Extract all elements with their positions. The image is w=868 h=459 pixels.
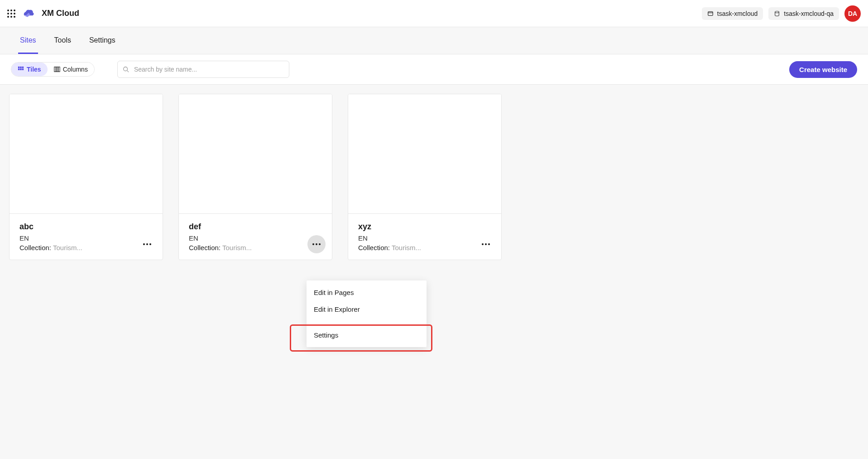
org-chip-2-label: tsask-xmcloud-qa: [784, 10, 834, 17]
xm-cloud-logo-icon: [22, 7, 35, 20]
site-card-lang: EN: [189, 234, 322, 242]
org-chip-2[interactable]: tsask-xmcloud-qa: [768, 7, 839, 20]
tabs-bar: Sites Tools Settings: [0, 27, 868, 54]
tab-tools[interactable]: Tools: [53, 27, 73, 54]
apps-launcher-icon[interactable]: [7, 10, 15, 18]
card-more-button[interactable]: [307, 235, 326, 253]
tiles-icon: [18, 66, 24, 72]
header-left: XM Cloud: [7, 7, 79, 20]
svg-rect-3: [18, 67, 20, 68]
svg-rect-4: [20, 67, 22, 68]
columns-icon: [54, 66, 60, 72]
database-icon: [774, 10, 780, 17]
menu-settings[interactable]: Settings: [307, 327, 427, 343]
site-card[interactable]: abc EN Collection: Tourism...: [9, 94, 163, 260]
view-columns-button[interactable]: Columns: [48, 63, 94, 76]
site-card-lang: EN: [358, 234, 491, 242]
site-card-preview: [179, 94, 332, 214]
svg-rect-11: [58, 67, 60, 72]
svg-rect-6: [18, 68, 20, 70]
svg-rect-5: [22, 67, 24, 68]
svg-point-12: [124, 67, 128, 71]
view-columns-label: Columns: [63, 66, 88, 73]
card-more-button[interactable]: [138, 235, 156, 253]
view-tiles-label: Tiles: [27, 66, 41, 73]
tab-sites[interactable]: Sites: [18, 27, 38, 54]
site-card-body: xyz EN Collection: Tourism...: [348, 214, 501, 260]
app-header: XM Cloud tsask-xmcloud tsask-xmcloud-qa …: [0, 0, 868, 27]
site-card-body: abc EN Collection: Tourism...: [10, 214, 163, 260]
site-card-collection: Collection: Tourism...: [358, 244, 491, 251]
app-title: XM Cloud: [42, 9, 79, 18]
svg-rect-8: [22, 68, 24, 70]
collection-value: Tourism...: [392, 244, 421, 251]
site-card[interactable]: def EN Collection: Tourism...: [178, 94, 332, 260]
svg-rect-0: [708, 11, 713, 15]
collection-label: Collection:: [358, 244, 390, 251]
collection-label: Collection:: [19, 244, 51, 251]
svg-point-2: [775, 11, 779, 13]
collection-label: Collection:: [189, 244, 221, 251]
search-icon: [123, 66, 129, 72]
tab-settings[interactable]: Settings: [87, 27, 117, 54]
card-more-button[interactable]: [477, 235, 495, 253]
menu-edit-in-pages[interactable]: Edit in Pages: [307, 284, 427, 301]
site-card-title: abc: [19, 222, 153, 232]
menu-edit-in-explorer[interactable]: Edit in Explorer: [307, 301, 427, 318]
svg-rect-10: [56, 67, 58, 72]
svg-rect-7: [20, 68, 22, 70]
project-icon: [707, 10, 714, 17]
header-right: tsask-xmcloud tsask-xmcloud-qa DA: [702, 5, 861, 22]
cards-container: abc EN Collection: Tourism... def EN Col…: [0, 85, 868, 269]
toolbar: Tiles Columns Create website: [0, 54, 868, 85]
site-card-preview: [10, 94, 163, 214]
card-context-menu: Edit in Pages Edit in Explorer Settings: [307, 280, 427, 347]
collection-value: Tourism...: [222, 244, 252, 251]
collection-value: Tourism...: [53, 244, 82, 251]
user-avatar[interactable]: DA: [844, 5, 861, 22]
view-tiles-button[interactable]: Tiles: [11, 63, 48, 76]
site-card[interactable]: xyz EN Collection: Tourism...: [348, 94, 502, 260]
site-card-collection: Collection: Tourism...: [19, 244, 153, 251]
search-wrap: [117, 61, 289, 78]
org-chip-1[interactable]: tsask-xmcloud: [702, 7, 763, 20]
create-website-button[interactable]: Create website: [789, 61, 857, 78]
site-card-collection: Collection: Tourism...: [189, 244, 322, 251]
menu-separator: [307, 318, 427, 327]
org-chip-1-label: tsask-xmcloud: [717, 10, 758, 17]
svg-line-13: [127, 71, 129, 72]
search-input[interactable]: [117, 61, 289, 78]
site-card-title: xyz: [358, 222, 491, 232]
site-card-lang: EN: [19, 234, 153, 242]
site-card-title: def: [189, 222, 322, 232]
site-card-preview: [348, 94, 501, 214]
view-toggle: Tiles Columns: [11, 62, 95, 77]
site-card-body: def EN Collection: Tourism...: [179, 214, 332, 260]
svg-rect-9: [54, 67, 56, 72]
